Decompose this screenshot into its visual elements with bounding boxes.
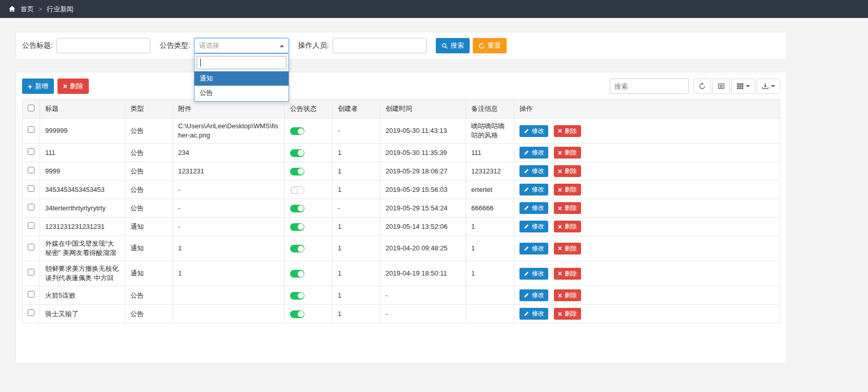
edit-button[interactable]: 修改: [519, 125, 548, 137]
pencil-icon: [524, 168, 529, 174]
cell-title: 34terterrthrtyrtyrytrty: [40, 199, 125, 218]
refresh-table-button[interactable]: [693, 79, 711, 94]
columns-dropdown-button[interactable]: [731, 79, 755, 94]
reset-button-label: 重置: [488, 41, 501, 50]
type-select[interactable]: 请选择 通知 公告: [194, 38, 289, 53]
cell-remark: 1: [466, 261, 514, 286]
table-row: 1231231231231231 通知 - 1 2019-05-14 13:52…: [23, 218, 780, 236]
status-toggle[interactable]: [290, 223, 304, 231]
column-header-attachment: 附件: [173, 100, 285, 119]
row-checkbox[interactable]: [28, 244, 34, 250]
type-option-list: 通知 公告: [195, 71, 288, 101]
edit-button[interactable]: 修改: [519, 202, 548, 214]
status-toggle[interactable]: [290, 270, 304, 278]
edit-button[interactable]: 修改: [519, 308, 548, 320]
edit-button[interactable]: 修改: [519, 289, 548, 301]
status-toggle[interactable]: [290, 127, 304, 135]
text-cursor: [200, 58, 201, 67]
breadcrumb-home-link[interactable]: 首页: [21, 5, 34, 14]
delete-button[interactable]: ×删除: [554, 268, 581, 280]
cell-title: 火箭5连败: [40, 286, 125, 305]
search-button[interactable]: 搜索: [436, 38, 470, 53]
type-option-notice[interactable]: 通知: [195, 71, 288, 86]
delete-button[interactable]: ×删除: [554, 202, 581, 214]
table-toolbar: + 新增 × 删除: [22, 79, 780, 94]
title-filter-label: 公告标题:: [22, 41, 53, 50]
cell-type: 公告: [125, 199, 173, 218]
delete-button[interactable]: ×删除: [554, 125, 581, 137]
status-toggle[interactable]: [290, 186, 304, 194]
edit-button[interactable]: 修改: [519, 165, 548, 177]
export-dropdown-button[interactable]: [757, 79, 780, 94]
row-checkbox[interactable]: [28, 167, 34, 173]
x-icon: ×: [558, 127, 562, 134]
edit-button[interactable]: 修改: [519, 147, 548, 159]
toggle-view-button[interactable]: [712, 79, 730, 94]
delete-button[interactable]: ×删除: [554, 165, 581, 177]
status-toggle[interactable]: [290, 245, 304, 252]
cell-attachment: 234: [173, 144, 285, 162]
delete-button[interactable]: ×删除: [554, 184, 581, 195]
table-row: 34terterrthrtyrtyrytrty 公告 - - 2019-05-2…: [23, 199, 780, 218]
cell-attachment: C:\Users\AriLee\Desktop\WMS\fisher-ac.pn…: [173, 119, 285, 144]
pencil-icon: [524, 311, 529, 317]
row-checkbox[interactable]: [28, 222, 34, 229]
cell-creator: -: [333, 199, 380, 218]
title-filter-input[interactable]: [56, 38, 150, 53]
delete-button[interactable]: ×删除: [554, 308, 581, 320]
row-checkbox[interactable]: [28, 309, 34, 316]
table-search-input[interactable]: [610, 79, 689, 94]
breadcrumb-separator: >: [38, 6, 42, 13]
reset-button[interactable]: 重置: [473, 38, 507, 53]
row-checkbox[interactable]: [28, 185, 34, 192]
edit-button[interactable]: 修改: [519, 243, 548, 254]
edit-button[interactable]: 修改: [519, 268, 548, 280]
cell-type: 通知: [125, 218, 173, 236]
delete-button[interactable]: ×删除: [554, 243, 581, 254]
status-toggle[interactable]: [290, 168, 304, 175]
cell-created: 2019-04-20 09:48:25: [380, 236, 466, 261]
dropdown-search-input[interactable]: [197, 56, 286, 69]
pencil-icon: [524, 271, 529, 277]
delete-button[interactable]: ×删除: [554, 147, 581, 159]
cell-created: -: [380, 286, 466, 305]
bulk-delete-button[interactable]: × 删除: [57, 79, 89, 94]
row-checkbox[interactable]: [28, 148, 34, 155]
cell-creator: -: [333, 119, 380, 144]
cell-creator: 1: [333, 181, 380, 199]
bulk-delete-button-label: 删除: [70, 82, 83, 91]
edit-button[interactable]: 修改: [519, 221, 548, 232]
cell-title: 9999: [40, 162, 125, 181]
status-toggle[interactable]: [290, 205, 304, 212]
table-row: 外媒在中国戈壁发现“大秘密” 美网友看得酸溜溜 通知 1 1 2019-04-2…: [23, 236, 780, 261]
row-checkbox[interactable]: [28, 291, 34, 298]
cell-title: 骑士又输了: [40, 305, 125, 323]
status-toggle[interactable]: [290, 292, 304, 300]
add-button[interactable]: + 新增: [22, 79, 54, 94]
status-toggle[interactable]: [290, 149, 304, 157]
cell-creator: 1: [333, 261, 380, 286]
operator-filter-label: 操作人员:: [298, 41, 329, 50]
delete-button[interactable]: ×删除: [554, 289, 581, 301]
delete-button[interactable]: ×删除: [554, 221, 581, 232]
x-icon: ×: [558, 186, 562, 193]
cell-remark: 1: [466, 236, 514, 261]
cell-remark: 1: [466, 218, 514, 236]
operator-filter-input[interactable]: [333, 38, 427, 53]
row-checkbox[interactable]: [28, 269, 34, 276]
row-checkbox[interactable]: [28, 126, 34, 133]
cell-type: 公告: [125, 181, 173, 199]
home-icon[interactable]: [8, 5, 16, 13]
chevron-down-icon: [771, 85, 775, 87]
type-option-announcement[interactable]: 公告: [195, 86, 288, 100]
pencil-icon: [524, 246, 529, 251]
status-toggle[interactable]: [290, 310, 304, 318]
cell-creator: 1: [333, 305, 380, 323]
row-checkbox[interactable]: [28, 204, 34, 210]
select-all-checkbox[interactable]: [28, 105, 34, 111]
table-header-row: 标题 类型 附件 公告状态 创建者 创建时间 备注信息 操作: [23, 100, 780, 119]
pencil-icon: [524, 224, 529, 229]
x-icon: ×: [558, 223, 562, 230]
edit-button[interactable]: 修改: [519, 184, 548, 195]
table-row: 朝鲜要求美方撤换无核化谈判代表蓬佩奥 中方回 通知 1 1 2019-04-19…: [23, 261, 780, 286]
